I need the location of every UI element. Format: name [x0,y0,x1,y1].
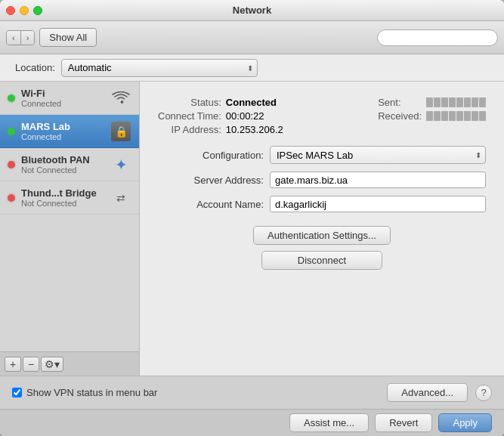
main-window: Network ‹ › Show All Location: Automatic… [0,0,504,436]
net-name-thunderbolt: Thund...t Bridge [21,187,104,199]
disconnect-button[interactable]: Disconnect [261,251,382,270]
sidebar-spacer [0,215,139,351]
detail-panel: Status: Connected Sent: Connect Time: 00… [140,82,504,376]
minimize-button[interactable] [20,6,29,15]
config-row: Configuration: IPSec MARS Lab Default [158,146,486,164]
form-section: Configuration: IPSec MARS Lab Default Se… [158,146,486,212]
account-input[interactable] [270,196,486,212]
status-dot-bluetooth [8,161,15,169]
status-label: Status: [158,97,221,108]
add-network-button[interactable]: + [5,357,21,372]
sent-label: Sent: [378,97,422,108]
maximize-button[interactable] [33,6,42,15]
sidebar: Wi-Fi Connected MARS Lab Conn [0,82,140,376]
account-row: Account Name: [158,196,486,212]
ip-value: 10.253.206.2 [226,124,373,135]
titlebar: Network [0,0,504,21]
net-name-mars-lab: MARS Lab [21,121,104,132]
back-button[interactable]: ‹ [7,31,21,45]
net-text-bluetooth: Bluetooth PAN Not Connected [21,154,104,175]
config-label: Configuration: [158,150,264,161]
remove-network-button[interactable]: − [23,357,39,372]
revert-button[interactable]: Revert [375,413,432,432]
auth-settings-button[interactable]: Authentication Settings... [253,226,391,245]
assist-button[interactable]: Assist me... [289,413,369,432]
lock-icon: 🔒 [110,123,131,140]
net-status-bluetooth: Not Connected [21,165,104,175]
bottom-bar: Show VPN status in menu bar Advanced... … [0,376,504,409]
toolbar: ‹ › Show All [0,21,504,54]
net-text-thunderbolt: Thund...t Bridge Not Connected [21,187,104,208]
sidebar-item-thunderbolt[interactable]: Thund...t Bridge Not Connected ⇄ [0,181,139,215]
traffic-lights [6,6,42,15]
wifi-icon [110,90,131,107]
net-text-mars-lab: MARS Lab Connected [21,121,104,141]
vpn-checkbox-row: Show VPN status in menu bar [12,387,157,398]
sidebar-item-mars-lab[interactable]: MARS Lab Connected 🔒 [0,115,139,148]
btn-section: Authentication Settings... Disconnect [158,226,486,270]
connect-time-value: 00:00:22 [226,110,373,122]
net-text-wifi: Wi-Fi Connected [21,88,104,108]
location-select-wrapper: Automatic Home Work Edit Locations... [61,59,258,77]
server-input[interactable] [270,172,486,188]
location-select[interactable]: Automatic Home Work Edit Locations... [61,59,258,77]
gear-button[interactable]: ⚙▾ [41,357,63,372]
location-label: Location: [15,62,55,73]
bluetooth-icon: ✦ [110,156,131,173]
account-label: Account Name: [158,199,264,210]
status-dot-thunderbolt [8,194,15,202]
close-button[interactable] [6,6,15,15]
sidebar-item-wifi[interactable]: Wi-Fi Connected [0,82,139,115]
sidebar-toolbar: + − ⚙▾ [0,351,139,376]
status-dot-wifi [8,94,15,102]
net-name-wifi: Wi-Fi [21,88,104,99]
detail-spacer [158,280,486,360]
show-all-button[interactable]: Show All [39,28,97,47]
vpn-status-label: Show VPN status in menu bar [26,387,157,398]
status-dot-mars-lab [8,128,15,135]
net-status-mars-lab: Connected [21,132,104,141]
bridge-icon: ⇄ [110,190,131,206]
net-name-bluetooth: Bluetooth PAN [21,154,104,165]
ip-label: IP Address: [158,124,221,135]
received-label: Received: [378,110,422,122]
main-content: Wi-Fi Connected MARS Lab Conn [0,82,504,376]
sidebar-item-bluetooth[interactable]: Bluetooth PAN Not Connected ✦ [0,148,139,181]
action-bar: Assist me... Revert Apply [0,409,504,436]
forward-button[interactable]: › [21,31,35,45]
net-status-thunderbolt: Not Connected [21,199,104,208]
config-select[interactable]: IPSec MARS Lab Default [270,146,486,164]
sent-blocks [426,97,486,107]
window-title: Network [233,5,271,16]
location-bar: Location: Automatic Home Work Edit Locat… [0,54,504,82]
nav-arrows: ‹ › [6,30,35,45]
status-grid: Status: Connected Sent: Connect Time: 00… [158,97,486,135]
server-label: Server Address: [158,175,264,186]
help-button[interactable]: ? [475,385,492,401]
search-input[interactable] [377,29,498,46]
gear-icon: ⚙ [45,358,54,370]
net-status-wifi: Connected [21,99,104,108]
vpn-status-checkbox[interactable] [12,388,22,397]
server-row: Server Address: [158,172,486,188]
config-select-wrapper: IPSec MARS Lab Default [270,146,486,164]
connect-time-label: Connect Time: [158,110,221,122]
received-blocks [426,111,486,121]
apply-button[interactable]: Apply [438,413,492,432]
status-value: Connected [226,97,373,108]
advanced-button[interactable]: Advanced... [387,383,468,402]
